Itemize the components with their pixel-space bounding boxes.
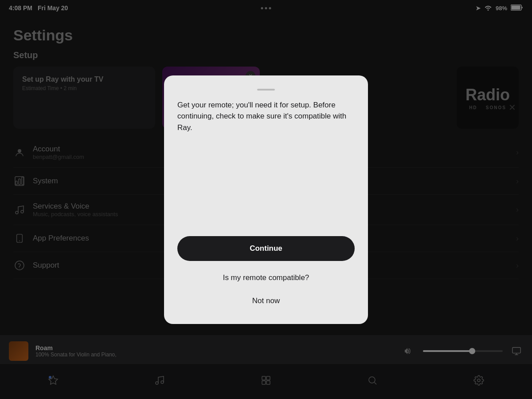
not-now-button[interactable]: Not now bbox=[177, 291, 355, 311]
compatible-link[interactable]: Is my remote compatible? bbox=[177, 268, 355, 288]
continue-button[interactable]: Continue bbox=[177, 236, 355, 261]
modal-body: Get your remote; you'll need it for setu… bbox=[177, 99, 355, 223]
modal-footer: Continue Is my remote compatible? Not no… bbox=[177, 236, 355, 311]
setup-modal: Get your remote; you'll need it for setu… bbox=[164, 75, 368, 324]
modal-handle bbox=[257, 89, 275, 91]
